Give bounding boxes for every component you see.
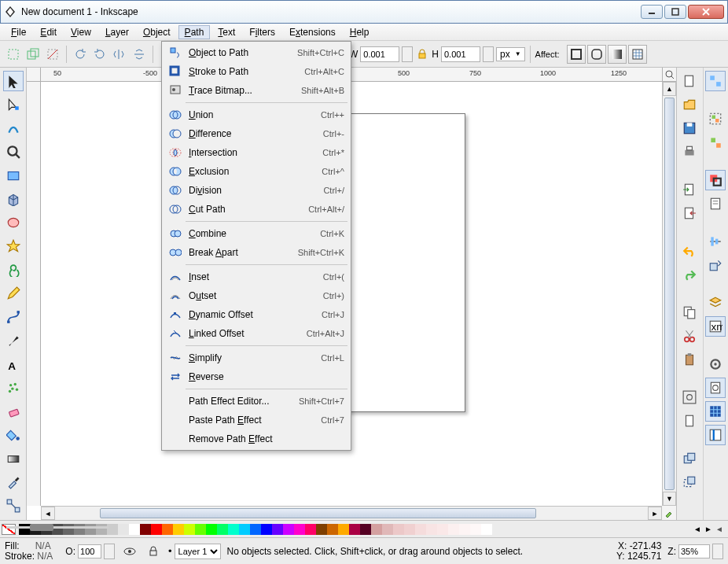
affect-stroke-button[interactable] <box>567 45 586 64</box>
menu-item-remove-path-effect[interactable]: Remove Path Effect <box>164 429 349 448</box>
layer-lock-toggle[interactable] <box>145 543 162 560</box>
color-swatch[interactable] <box>426 524 437 535</box>
menu-filters[interactable]: Filters <box>243 25 281 39</box>
close-button[interactable] <box>688 5 724 19</box>
menu-item-stroke-to-path[interactable]: Stroke to PathCtrl+Alt+C <box>164 62 349 81</box>
height-spinner[interactable] <box>483 46 494 62</box>
scrollbar-vertical[interactable]: ▲ ▼ <box>662 82 676 506</box>
transform-icon[interactable] <box>705 255 726 275</box>
palette-menu-button[interactable]: ◄ <box>715 525 726 533</box>
menu-edit[interactable]: Edit <box>34 25 63 39</box>
clone-icon[interactable] <box>679 472 700 492</box>
color-swatch[interactable] <box>118 524 129 535</box>
tweak-tool[interactable] <box>3 118 24 138</box>
flip-h-button[interactable] <box>111 46 128 63</box>
flip-v-button[interactable] <box>131 46 148 63</box>
color-swatch[interactable] <box>107 524 118 535</box>
scroll-h-thumb[interactable] <box>100 508 536 518</box>
menu-item-trace-bitmap[interactable]: Trace Bitmap...Shift+Alt+B <box>164 81 349 100</box>
color-swatch[interactable] <box>250 524 261 535</box>
color-swatch[interactable] <box>305 524 316 535</box>
spiral-tool[interactable] <box>3 260 24 280</box>
menu-item-combine[interactable]: CombineCtrl+K <box>164 224 349 243</box>
color-swatch[interactable] <box>481 524 492 535</box>
lock-aspect-button[interactable] <box>415 47 429 61</box>
menu-file[interactable]: File <box>5 25 32 39</box>
pencil-tool[interactable] <box>3 283 24 304</box>
color-swatch[interactable] <box>184 524 195 535</box>
text-tool[interactable]: A <box>3 354 24 374</box>
redo-icon[interactable] <box>679 264 700 285</box>
scroll-v-thumb[interactable] <box>664 98 675 490</box>
menu-item-dynamic-offset[interactable]: Dynamic OffsetCtrl+J <box>164 305 349 324</box>
zoom-spinner[interactable] <box>712 544 723 559</box>
color-swatch[interactable] <box>316 524 327 535</box>
layers-icon[interactable] <box>705 293 726 313</box>
opacity-input[interactable] <box>78 544 101 558</box>
menu-view[interactable]: View <box>64 25 97 39</box>
cut-icon[interactable] <box>679 326 700 346</box>
color-swatch[interactable] <box>261 524 272 535</box>
color-swatch[interactable] <box>371 524 382 535</box>
print-icon[interactable] <box>679 142 700 162</box>
zoom-input[interactable] <box>678 544 710 558</box>
ellipse-tool[interactable] <box>3 212 24 233</box>
import-icon[interactable] <box>679 179 700 200</box>
maximize-button[interactable] <box>664 5 686 19</box>
canvas[interactable] <box>41 82 662 506</box>
menu-layer[interactable]: Layer <box>99 25 135 39</box>
unit-selector[interactable]: px ▼ <box>496 47 525 61</box>
color-swatch[interactable] <box>437 524 448 535</box>
menu-item-union[interactable]: UnionCtrl++ <box>164 105 349 124</box>
menu-object[interactable]: Object <box>137 25 177 39</box>
layer-selector[interactable]: Layer 1 <box>175 544 221 559</box>
zoom-fit-icon[interactable] <box>679 387 700 407</box>
prefs-icon[interactable] <box>705 354 726 374</box>
menu-item-break-apart[interactable]: Break ApartShift+Ctrl+K <box>164 243 349 262</box>
color-swatch[interactable] <box>140 524 151 535</box>
color-swatch[interactable] <box>349 524 360 535</box>
color-swatch[interactable] <box>239 524 250 535</box>
stroke-value[interactable]: N/A <box>37 551 59 562</box>
layer-visibility-toggle[interactable] <box>121 543 138 560</box>
menu-item-paste-path-effect[interactable]: Paste Path EffectCtrl+7 <box>164 411 349 429</box>
menu-item-intersection[interactable]: IntersectionCtrl+* <box>164 143 349 162</box>
menu-item-outset[interactable]: OutsetCtrl+) <box>164 286 349 305</box>
height-input[interactable] <box>441 46 480 62</box>
menu-path[interactable]: Path <box>178 25 211 39</box>
color-swatch[interactable] <box>360 524 371 535</box>
color-swatch[interactable] <box>459 524 470 535</box>
selector-tool[interactable] <box>3 71 24 91</box>
select-same-icon[interactable] <box>705 71 726 91</box>
color-swatch[interactable] <box>228 524 239 535</box>
opacity-spinner[interactable] <box>104 544 115 559</box>
copy-icon[interactable] <box>679 302 700 323</box>
minimize-button[interactable] <box>641 5 663 19</box>
ungroup-icon[interactable] <box>705 132 726 153</box>
menu-item-exclusion[interactable]: ExclusionCtrl+^ <box>164 162 349 181</box>
scroll-right-button[interactable]: ► <box>648 507 662 520</box>
color-swatch[interactable] <box>217 524 228 535</box>
duplicate-icon[interactable] <box>679 448 700 469</box>
menu-help[interactable]: Help <box>344 25 376 39</box>
color-picker-corner[interactable] <box>662 506 676 520</box>
bucket-tool[interactable] <box>3 425 24 445</box>
palette-mini-scroll[interactable] <box>6 523 108 534</box>
zoom-tool[interactable] <box>3 142 24 162</box>
color-swatch[interactable] <box>448 524 459 535</box>
menu-item-division[interactable]: DivisionCtrl+/ <box>164 181 349 200</box>
menu-extensions[interactable]: Extensions <box>283 25 342 39</box>
fill-value[interactable]: N/A <box>35 541 57 551</box>
bezier-tool[interactable] <box>3 307 24 327</box>
affect-corners-button[interactable] <box>587 45 606 64</box>
color-swatch[interactable] <box>415 524 426 535</box>
gradient-tool[interactable] <box>3 448 24 469</box>
color-swatch[interactable] <box>173 524 184 535</box>
select-all-button[interactable] <box>5 46 22 63</box>
palette-scroll-right[interactable]: ► <box>703 525 714 533</box>
menu-item-difference[interactable]: DifferenceCtrl+- <box>164 124 349 143</box>
affect-pattern-button[interactable] <box>628 45 647 64</box>
color-swatch[interactable] <box>327 524 338 535</box>
select-all-layers-button[interactable] <box>24 46 42 63</box>
color-swatch[interactable] <box>283 524 294 535</box>
